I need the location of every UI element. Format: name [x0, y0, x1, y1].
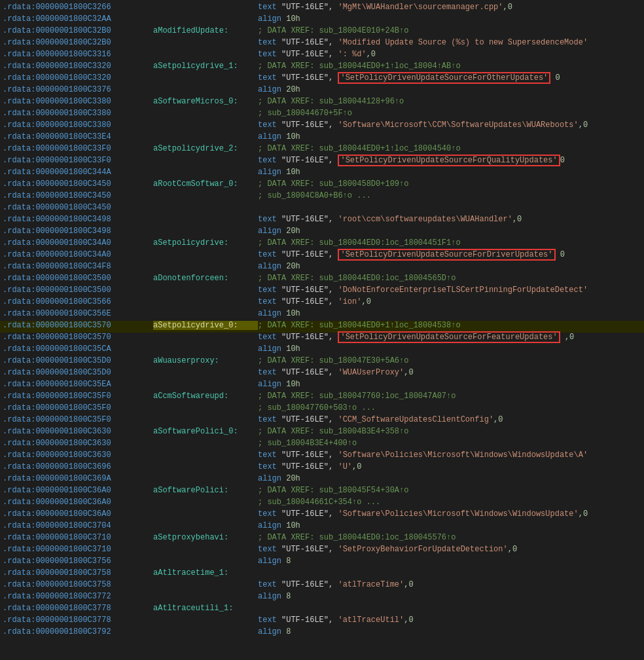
content: align 10h — [258, 168, 641, 177]
table-row: .rdata:00000001800C3756align 8 — [0, 557, 644, 568]
content-prefix: text "UTF-16LE", — [258, 156, 338, 165]
table-row: .rdata:00000001800C3498text "UTF-16LE", … — [0, 215, 644, 227]
address: .rdata:00000001800C3380 — [3, 120, 153, 130]
string-value: 'DoNotEnforceEnterpriseTLSCertPinningFor… — [338, 285, 588, 295]
address: .rdata:00000001800C36A0 — [3, 486, 153, 495]
content: align 20h — [258, 474, 641, 483]
number: ,0 — [404, 368, 413, 377]
table-row: .rdata:00000001800C3380aSoftwareMicros_0… — [0, 97, 644, 109]
address: .rdata:00000001800C35CA — [3, 344, 153, 354]
encoding: "UTF-16LE", — [277, 580, 338, 589]
table-row: .rdata:00000001800C356Ealign 10h — [0, 309, 644, 321]
label: aCcmSoftwareupd: — [153, 392, 258, 401]
address: .rdata:00000001800C3320 — [3, 73, 153, 82]
align-value: 20h — [281, 85, 300, 94]
encoding: "UTF-16LE", — [277, 615, 338, 625]
content: text "UTF-16LE", 'WUAUserProxy',0 — [258, 368, 641, 377]
label: aSoftwareMicros_0: — [153, 97, 258, 106]
content: ; DATA XREF: sub_18004E010+24B↑o — [258, 26, 641, 35]
string-value: 'CCM_SoftwareUpdatesClientConfig' — [338, 415, 493, 424]
address: .rdata:00000001800C3500 — [3, 274, 153, 283]
content: text "UTF-16LE", 'Software\Policies\Micr… — [258, 509, 641, 519]
content-rest: "UTF-16LE", 'ion',0 — [277, 297, 371, 306]
table-row: .rdata:00000001800C3566text "UTF-16LE", … — [0, 297, 644, 309]
address: .rdata:00000001800C3320 — [3, 62, 153, 71]
address: .rdata:00000001800C3570 — [3, 333, 153, 342]
content: text "UTF-16LE", 'DoNotEnforceEnterprise… — [258, 285, 641, 295]
address: .rdata:00000001800C33E4 — [3, 132, 153, 141]
content: ; DATA XREF: sub_180044ED0:loc_18004565D… — [258, 274, 641, 283]
table-row: .rdata:00000001800C3380; sub_180044670+5… — [0, 109, 644, 120]
address: .rdata:00000001800C32B0 — [3, 26, 153, 35]
align-value: 20h — [281, 227, 300, 236]
address: .rdata:00000001800C3630 — [3, 439, 153, 448]
keyword-text: text — [258, 156, 277, 165]
content: align 20h — [258, 262, 641, 271]
table-row: .rdata:00000001800C3498align 20h — [0, 227, 644, 238]
address: .rdata:00000001800C35F0 — [3, 403, 153, 412]
align-value: 10h — [281, 14, 300, 24]
keyword-text: text — [258, 615, 277, 625]
content-encoding: "UTF-16LE", — [277, 333, 338, 342]
encoding: "UTF-16LE", — [277, 415, 338, 424]
table-row: .rdata:00000001800C3450aRootCcmSoftwar_0… — [0, 179, 644, 191]
keyword-align: align — [258, 262, 281, 271]
content: ; DATA XREF: sub_180045F54+30A↑o — [258, 486, 641, 495]
content: text "UTF-16LE", 'MgMt\WUAHandler\source… — [258, 3, 641, 12]
content-rest: "UTF-16LE", 'DoNotEnforceEnterpriseTLSCe… — [277, 285, 588, 295]
content: text "UTF-16LE", 'Software\Microsoft\CCM… — [258, 120, 641, 130]
content-encoding: "UTF-16LE", — [277, 73, 338, 82]
content: ; sub_180047760+503↑o ... — [258, 403, 641, 412]
table-row: .rdata:00000001800C3630aSoftwarePolici_0… — [0, 427, 644, 439]
string-value: 'Software\Policies\Microsoft\Windows\Win… — [338, 450, 588, 460]
encoding: "UTF-16LE", — [277, 509, 338, 519]
content: ; DATA XREF: sub_180047E30+5A6↑o — [258, 356, 641, 365]
align-value: 10h — [281, 309, 300, 318]
address: .rdata:00000001800C3630 — [3, 450, 153, 460]
keyword-text: text — [258, 73, 277, 82]
address: .rdata:00000001800C32B0 — [3, 38, 153, 47]
string-value: 'SetProxyBehaviorForUpdateDetection' — [338, 545, 507, 554]
label: aModifiedUpdate: — [153, 26, 258, 35]
table-row: .rdata:00000001800C33F0text "UTF-16LE", … — [0, 156, 644, 168]
content: align 10h — [258, 132, 641, 141]
string-value: 'ion' — [338, 297, 361, 306]
content: text "UTF-16LE", 'atlTraceTime',0 — [258, 580, 641, 589]
highlighted-string: 'SetPolicyDrivenUpdateSourceForOtherUpda… — [338, 72, 550, 84]
address: .rdata:00000001800C35F0 — [3, 392, 153, 401]
address: .rdata:00000001800C3570 — [3, 321, 153, 330]
label: aAtltracetime_1: — [153, 568, 258, 578]
number: ,0 — [503, 3, 512, 12]
content: align 8 — [258, 592, 641, 601]
encoding: "UTF-16LE", — [277, 3, 338, 12]
content-rest: "UTF-16LE", 'Software\Microsoft\CCM\Soft… — [277, 120, 588, 130]
content: align 10h — [258, 380, 641, 389]
label: aAtltraceutili_1: — [153, 604, 258, 613]
content-rest: "UTF-16LE", 'atlTraceUtil',0 — [277, 615, 414, 625]
table-row: .rdata:00000001800C35F0aCcmSoftwareupd:;… — [0, 392, 644, 403]
table-row: .rdata:00000001800C344Aalign 10h — [0, 168, 644, 179]
string-value: 'MgMt\WUAHandler\sourcemanager.cpp' — [338, 3, 503, 12]
content-rest: "UTF-16LE", 'U',0 — [277, 462, 362, 471]
content-rest: "UTF-16LE", 'Modified Update Source (%s)… — [277, 38, 588, 47]
content: align 10h — [258, 521, 641, 530]
address: .rdata:00000001800C3704 — [3, 521, 153, 530]
string-value: 'atlTraceUtil' — [338, 615, 404, 625]
table-row: .rdata:00000001800C32B0text "UTF-16LE", … — [0, 38, 644, 50]
keyword-align: align — [258, 557, 281, 566]
address: .rdata:00000001800C3696 — [3, 462, 153, 471]
address: .rdata:00000001800C35F0 — [3, 415, 153, 424]
string-value: ': %d' — [338, 50, 366, 59]
table-row: .rdata:00000001800C3320text "UTF-16LE", … — [0, 73, 644, 85]
address: .rdata:00000001800C3450 — [3, 179, 153, 189]
keyword-align: align — [258, 14, 281, 24]
number: ,0 — [512, 215, 522, 224]
address: .rdata:00000001800C3316 — [3, 50, 153, 59]
number: ,0 — [404, 580, 413, 589]
align-value: 10h — [281, 168, 300, 177]
address: .rdata:00000001800C3500 — [3, 285, 153, 295]
keyword-align: align — [258, 309, 281, 318]
table-row: .rdata:00000001800C3500text "UTF-16LE", … — [0, 285, 644, 297]
content: align 10h — [258, 14, 641, 24]
content-suffix: 0 — [560, 156, 565, 165]
